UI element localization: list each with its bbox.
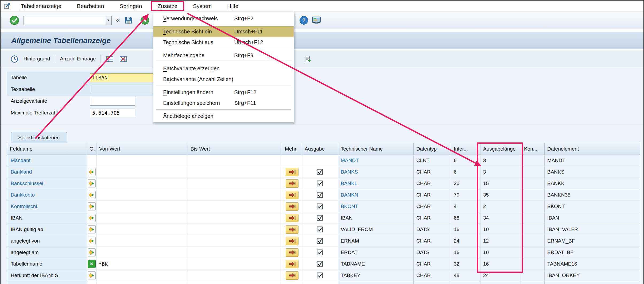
save-icon[interactable] [124,16,133,25]
cell-feldname[interactable] [7,281,87,284]
menu-item[interactable]: Technische Sicht aus Umsch+F12 [153,37,294,48]
cell-feldname[interactable]: Bankkonto [7,189,87,201]
multiple-selection-icon[interactable] [88,191,96,199]
menu-item[interactable]: Batchvariante (Anzahl Zeilen) [153,74,294,85]
cell-von-wert[interactable] [96,201,188,212]
cell-feldname[interactable]: IBAN gültig ab [7,224,87,235]
cell-feldname[interactable]: angelegt am [7,247,87,258]
cell-bis-wert[interactable] [188,270,282,281]
max-trefferzahl-input[interactable]: 5.514.705 [90,109,135,117]
cell-bis-wert[interactable] [188,189,282,201]
multiple-selection-icon[interactable] [88,202,96,210]
output-checkbox[interactable] [317,261,323,267]
cell-feldname[interactable]: Bankland [7,166,87,178]
select-all-icon[interactable] [106,55,114,63]
hintergrund-button[interactable]: Hintergrund [24,56,50,62]
multiple-selection-button[interactable] [286,191,298,199]
cell-von-wert[interactable]: *BK [96,258,188,270]
tab-selektionskriterien[interactable]: Selektionskriterien [11,132,67,143]
cell-bis-wert[interactable] [188,235,282,247]
output-checkbox[interactable] [317,192,323,198]
cell-feldname[interactable]: angelegt von [7,235,87,247]
menu-zusaetze[interactable]: Zusätze Verwendungsnachweis Strg+F2 Tech… [152,1,183,11]
cell-feldname[interactable]: IBAN [7,212,87,224]
menu-item[interactable]: Technische Sicht ein Umsch+F11 [153,26,294,37]
cell-von-wert[interactable] [96,247,188,258]
menu-system[interactable]: System [187,1,218,11]
selection-active-icon[interactable]: ✕ [88,260,96,268]
cell-von-wert[interactable] [96,212,188,224]
multiple-selection-icon[interactable] [88,214,96,222]
multiple-selection-button[interactable] [286,214,298,222]
multiple-selection-button[interactable] [286,225,298,234]
cell-von-wert[interactable] [96,224,188,235]
cell-bis-wert[interactable] [188,201,282,212]
cell-von-wert[interactable] [96,189,188,201]
cell-von-wert[interactable] [96,166,188,178]
multiple-selection-icon[interactable] [88,271,96,279]
anzeigevariante-input[interactable] [90,97,135,106]
multiple-selection-icon[interactable] [88,225,96,233]
menu-bearbeiten[interactable]: Bearbeiten [71,1,110,11]
output-checkbox[interactable] [317,238,323,244]
multiple-selection-button[interactable] [286,260,298,268]
cell-von-wert[interactable] [96,235,188,247]
cell-feldname[interactable]: Mandant [7,155,87,166]
multiple-selection-button[interactable] [286,202,298,211]
cell-bis-wert[interactable] [188,247,282,258]
menu-hilfe[interactable]: Hilfe [221,1,244,11]
menu-item[interactable]: Batchvariante erzeugen [153,63,294,74]
cell-bis-wert[interactable] [188,155,282,166]
multiple-selection-button[interactable] [286,237,298,245]
menu-tabellenanzeige[interactable]: Tabellenanzeige [15,1,67,11]
command-field-dropdown-button[interactable]: ▼ [105,16,111,25]
cell-feldname[interactable]: Kontrollschl. [7,201,87,212]
output-checkbox[interactable] [317,250,323,255]
cell-bis-wert[interactable] [188,281,282,284]
cell-bis-wert[interactable] [188,212,282,224]
command-field[interactable]: ▼ [24,16,112,25]
output-checkbox[interactable] [317,169,323,175]
tabelle-input[interactable]: TIBAN [90,73,156,82]
cell-von-wert[interactable] [96,155,188,166]
back-icon[interactable] [140,16,149,25]
menu-item[interactable]: Einstellungen ändern Strg+F12 [153,87,294,98]
enter-icon[interactable] [10,16,19,25]
multiple-selection-icon[interactable] [88,168,96,176]
multiple-selection-button[interactable] [286,168,298,176]
menu-item[interactable]: Änd.belege anzeigen [153,111,294,121]
cell-bis-wert[interactable] [188,178,282,189]
cell-bis-wert[interactable] [188,258,282,270]
help-icon[interactable]: ? [300,16,308,25]
multiple-selection-icon[interactable] [88,237,96,245]
multiple-selection-button[interactable] [286,179,298,188]
multiple-selection-icon[interactable] [88,179,96,187]
anzahl-eintraege-button[interactable]: Anzahl Einträge [60,56,96,62]
output-checkbox[interactable] [317,181,323,186]
deselect-all-icon[interactable] [119,55,127,63]
cell-bis-wert[interactable] [188,224,282,235]
new-session-icon[interactable] [312,16,321,25]
cell-von-wert[interactable] [96,178,188,189]
output-checkbox[interactable] [317,273,323,278]
output-checkbox[interactable] [317,215,323,221]
cell-bis-wert[interactable] [188,166,282,178]
choose-fields-icon[interactable] [304,55,312,63]
menu-item[interactable]: Mehrfacheingabe Strg+F9 [153,50,294,61]
cell-feldname[interactable]: Herkunft der IBAN: S [7,270,87,281]
collapse-command-field-icon[interactable]: « [116,17,120,24]
menu-item[interactable]: Verwendungsnachweis Strg+F2 [153,13,294,24]
cell-feldname[interactable]: Bankschlüssel [7,178,87,189]
output-checkbox[interactable] [317,204,323,209]
cell-von-wert[interactable] [96,270,188,281]
cell-von-wert[interactable] [96,281,188,284]
menu-item[interactable]: Einstellungen speichern Strg+F11 [153,98,294,108]
cell-feldname[interactable]: Tabellenname [7,258,87,270]
clock-icon[interactable] [10,55,19,63]
screen-icon[interactable] [4,1,11,11]
output-checkbox[interactable] [317,227,323,232]
multiple-selection-button[interactable] [286,248,298,257]
multiple-selection-button[interactable] [286,271,298,280]
menu-springen[interactable]: Springen [114,1,148,11]
multiple-selection-icon[interactable] [88,248,96,256]
